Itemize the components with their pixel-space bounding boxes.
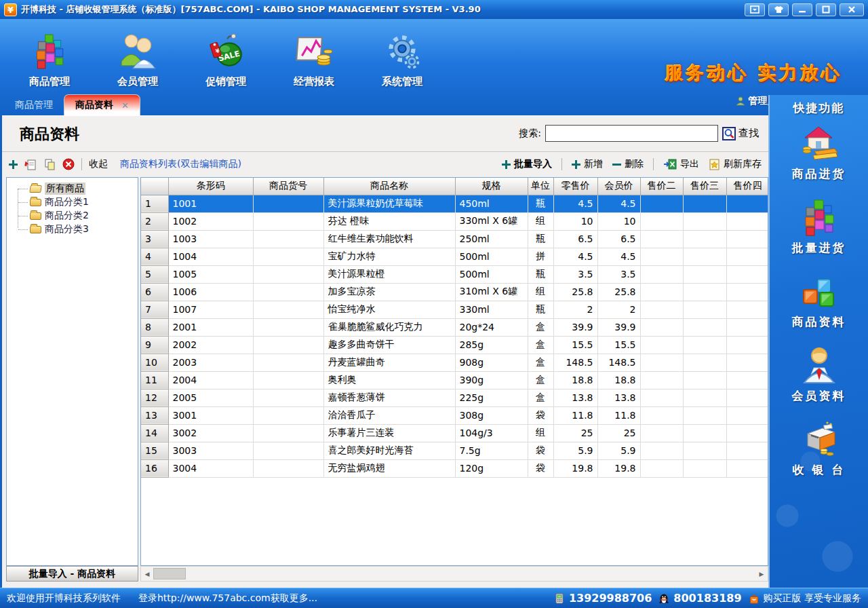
folder-icon [30,199,41,206]
cell-member-price: 39.9 [597,318,640,336]
cell-price4 [726,424,768,442]
sidebar-item-purchase[interactable]: 商品进货 [792,123,846,182]
maximize-button[interactable] [816,3,836,16]
col-header-row-number[interactable] [141,178,168,195]
scroll-left-icon[interactable]: ◀ [141,567,153,581]
export-button[interactable]: 导出 [663,158,699,170]
cell-name: 美汁源果粒橙 [323,265,455,283]
cell-spec: 308g [455,406,528,424]
find-button[interactable]: 查找 [722,127,759,140]
skin-button[interactable] [768,3,789,16]
search-input[interactable] [545,125,718,142]
col-header-price3[interactable]: 售价三 [683,178,726,195]
nav-item-members[interactable]: 会员管理 [94,22,182,91]
delete-button[interactable]: 删除 [612,158,644,170]
cell-price3 [683,371,726,389]
table-row[interactable]: 51005美汁源果粒橙500ml瓶3.53.5 [141,265,768,283]
col-header-spec[interactable]: 规格 [455,178,528,195]
tab-strip: 商品管理 商品资料 ✕ [4,95,140,115]
add-icon[interactable] [9,160,18,169]
options-button[interactable] [745,3,765,16]
cell-row-number: 13 [141,406,168,424]
table-row[interactable]: 163004无穷盐焗鸡翅120g袋19.819.8 [141,459,768,477]
cell-price4 [726,301,768,318]
minimize-button[interactable] [792,3,812,16]
table-row[interactable]: 92002趣多多曲奇饼干285g盒15.515.5 [141,336,768,354]
cell-member-price: 5.9 [597,442,640,459]
col-header-item-no[interactable]: 商品货号 [253,178,323,195]
table-row[interactable]: 71007怡宝纯净水330ml瓶22 [141,301,768,318]
cell-row-number: 12 [141,389,168,406]
nav-item-promotion[interactable]: SALE ¥ 促销管理 [182,22,270,91]
cell-retail-price: 6.5 [553,230,597,248]
cell-member-price: 15.5 [597,336,640,354]
collapse-button[interactable]: 收起 [89,158,108,170]
table-row[interactable]: 61006加多宝凉茶310ml X 6罐组25.825.8 [141,283,768,301]
batch-import-status-bar[interactable]: 批量导入 - 商品资料 [6,566,138,582]
login-link[interactable]: 登录http://www.757abc.com获取更多... [138,592,317,605]
phone-icon [554,593,565,604]
col-header-unit[interactable]: 单位 [528,178,553,195]
buy-genuine-link[interactable]: 购买正版 享受专业服务 [749,592,861,605]
table-row[interactable]: 102003丹麦蓝罐曲奇908g盒148.5148.5 [141,354,768,371]
table-row[interactable]: 143002乐事薯片三连装104g/3组2525 [141,424,768,442]
col-header-barcode[interactable]: 条形码 [168,178,253,195]
cell-price4 [726,406,768,424]
batch-import-button[interactable]: 批量导入 [502,158,552,170]
table-row[interactable]: 112004奥利奥390g盒18.818.8 [141,371,768,389]
table-row[interactable]: 41004宝矿力水特500ml拼4.54.5 [141,248,768,265]
table-row[interactable]: 153003喜之郎美好时光海苔7.5g袋5.95.9 [141,442,768,459]
scroll-right-icon[interactable]: ▶ [755,567,768,581]
page-title: 商品资料 [20,124,79,145]
table-row[interactable]: 31003红牛维生素功能饮料250ml瓶6.56.5 [141,230,768,248]
tree-item-all-products[interactable]: 所有商品 [15,182,136,195]
tab-close-icon[interactable]: ✕ [121,100,129,111]
table-row[interactable]: 122005嘉顿香葱薄饼225g盒13.813.8 [141,389,768,406]
table-row[interactable]: 82001雀巢脆脆鲨威化巧克力20g*24盒39.939.9 [141,318,768,336]
member-data-icon [798,345,840,387]
col-header-name[interactable]: 商品名称 [323,178,455,195]
cell-item-no [253,301,323,318]
col-header-price2[interactable]: 售价二 [640,178,683,195]
cell-spec: 120g [455,459,528,477]
close-button[interactable] [840,3,864,16]
sidebar-item-batch-purchase[interactable]: 批量进货 [792,197,846,256]
tab-product-management[interactable]: 商品管理 [4,95,64,115]
copy-icon[interactable] [43,158,56,170]
phone-contact: 13929988706 [554,592,652,605]
nav-item-system[interactable]: 系统管理 [358,22,446,91]
tree-item-category-1[interactable]: 商品分类1 [15,195,136,209]
horizontal-scrollbar[interactable]: ◀ ▶ [140,566,768,582]
table-row[interactable]: 21002芬达 橙味330ml X 6罐组1010 [141,212,768,230]
cell-row-number: 11 [141,371,168,389]
cell-member-price: 25 [597,424,640,442]
minus-icon [612,164,621,166]
scrollbar-thumb[interactable] [153,568,186,580]
refresh-stock-button[interactable]: 刷新库存 [709,158,762,170]
import-file-icon[interactable] [24,158,37,170]
col-header-price4[interactable]: 售价四 [726,178,768,195]
cell-retail-price: 148.5 [553,354,597,371]
cell-unit: 组 [528,212,553,230]
table-row[interactable]: 11001美汁源果粒奶优草莓味450ml瓶4.54.5 [141,195,768,212]
cell-price3 [683,230,726,248]
col-header-retail-price[interactable]: 零售价 [553,178,597,195]
nav-item-products[interactable]: 商品管理 [5,22,94,91]
product-data-icon [798,271,840,313]
sidebar-item-product-data[interactable]: 商品资料 [792,271,846,330]
sidebar-item-member-data[interactable]: 会员资料 [792,345,846,404]
cashier-icon [798,419,840,461]
cell-member-price: 4.5 [597,195,640,212]
col-header-member-price[interactable]: 会员价 [597,178,640,195]
cell-name: 趣多多曲奇饼干 [323,336,455,354]
nav-item-reports[interactable]: 经营报表 [270,22,358,91]
table-row[interactable]: 133001洽洽香瓜子308g袋11.811.8 [141,406,768,424]
add-button[interactable]: 新增 [572,158,603,170]
cell-item-no [253,283,323,301]
cell-barcode: 1005 [168,265,253,283]
delete-circle-icon[interactable] [62,158,75,170]
tree-item-category-2[interactable]: 商品分类2 [15,209,136,223]
tab-product-data[interactable]: 商品资料 ✕ [64,94,140,115]
sidebar-item-cashier[interactable]: 收 银 台 [793,419,846,478]
tree-item-category-3[interactable]: 商品分类3 [15,223,136,236]
